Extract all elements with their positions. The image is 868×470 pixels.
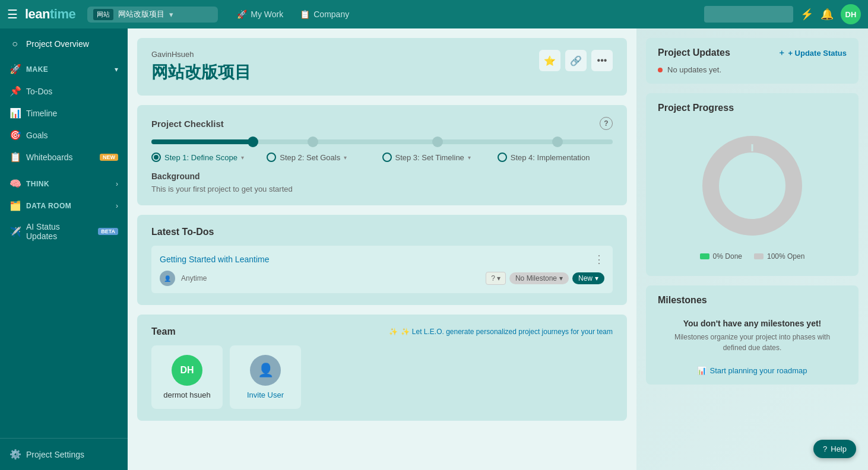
lightning-icon[interactable]: ⚡	[800, 8, 813, 21]
link-button[interactable]: 🔗	[565, 50, 587, 71]
bell-icon[interactable]: 🔔	[821, 8, 834, 21]
think-icon: 🧠	[9, 178, 20, 189]
make-icon: 🚀	[9, 63, 20, 75]
beta-badge: BETA	[98, 228, 118, 235]
plus-icon: ＋	[778, 47, 785, 58]
team-member-invite[interactable]: 👤 Invite User	[230, 345, 301, 409]
roadmap-link-text: Start planning your roadmap	[709, 366, 807, 375]
mywork-label: My Work	[251, 9, 283, 19]
milestone-badge[interactable]: No Milestone ▾	[509, 272, 569, 284]
priority-badge[interactable]: ? ▾	[486, 272, 506, 285]
step-1-chevron: ▾	[241, 154, 244, 161]
project-title: 网站改版项目	[151, 61, 251, 84]
red-dot	[658, 68, 663, 72]
checklist-step-2[interactable]: Step 2: Set Goals ▾	[267, 153, 382, 162]
sidebar-overview-label: Project Overview	[26, 39, 89, 49]
think-label: THINK	[26, 180, 49, 188]
sidebar-item-whiteboards[interactable]: 📋 Whiteboards NEW	[0, 146, 128, 168]
roadmap-icon: 📊	[697, 366, 707, 375]
step-1-label: Step 1: Define Scope	[164, 153, 237, 162]
step-2-label: Step 2: Set Goals	[280, 153, 340, 162]
project-updates-title: Project Updates	[658, 47, 730, 58]
user-avatar-topbar[interactable]: DH	[841, 4, 861, 24]
leo-link[interactable]: ✨ ✨ Let L.E.O. generate personalized pro…	[389, 328, 613, 336]
make-chevron-icon: ▾	[115, 65, 118, 74]
company-icon: 📋	[300, 9, 310, 19]
dataroom-label: DATA ROOM	[26, 202, 71, 210]
sidebar-item-project-overview[interactable]: ○ Project Overview	[0, 33, 128, 55]
step-3-chevron: ▾	[468, 154, 471, 161]
todo-item: Getting Started with Leantime ⋮ 👤 Anytim…	[151, 246, 613, 293]
milestones-title: Milestones	[658, 295, 707, 306]
sidebar-item-todos[interactable]: 📌 To-Dos	[0, 80, 128, 102]
todos-card: Latest To-Dos Getting Started with Leant…	[137, 215, 627, 305]
member-name-dh: dermot hsueh	[163, 390, 211, 399]
progress-bar-container	[151, 139, 613, 144]
todo-time: Anytime	[181, 274, 207, 282]
no-updates-text: No updates yet.	[667, 65, 721, 74]
chevron-down-icon: ▾	[169, 10, 173, 19]
progress-bar-fill	[151, 139, 253, 144]
star-button[interactable]: ⭐	[539, 50, 560, 71]
todo-user-icon: 👤	[160, 271, 175, 286]
progress-dot-4	[552, 136, 563, 147]
project-tag: 网站	[93, 9, 113, 20]
sparkle-icon: ✨	[389, 328, 398, 336]
help-icon: ?	[823, 444, 827, 453]
settings-label: Project Settings	[26, 450, 84, 459]
invite-avatar: 👤	[250, 355, 281, 386]
checklist-title-text: Project Checklist	[151, 119, 224, 129]
no-updates-message: No updates yet.	[658, 65, 847, 74]
milestones-card: Milestones You don't have any milestones…	[646, 285, 859, 385]
goals-label: Goals	[26, 131, 48, 140]
dataroom-chevron-icon: ›	[116, 202, 118, 210]
sidebar-item-make[interactable]: 🚀 MAKE ▾	[0, 58, 128, 80]
project-author: GavinHsueh	[151, 50, 251, 59]
topbar-nav-mywork[interactable]: 🚀 My Work	[230, 7, 290, 21]
update-status-button[interactable]: ＋ + Update Status	[778, 47, 847, 58]
project-progress-title: Project Progress	[658, 103, 734, 113]
status-badge[interactable]: New ▾	[572, 272, 604, 284]
hamburger-icon[interactable]: ☰	[7, 7, 18, 21]
milestone-chevron-icon: ▾	[559, 274, 563, 282]
app-logo: leantime	[25, 7, 75, 22]
priority-label: ?	[491, 274, 495, 282]
sidebar-item-goals[interactable]: 🎯 Goals	[0, 124, 128, 146]
checklist-step-4[interactable]: Step 4: Implementation	[498, 153, 613, 162]
help-button[interactable]: ? Help	[813, 440, 856, 458]
checklist-step-1[interactable]: Step 1: Define Scope ▾	[151, 153, 267, 162]
ai-status-label: AI Status Updates	[26, 222, 92, 241]
milestones-empty-title: You don't have any milestones yet!	[664, 319, 841, 328]
pin-icon: 📌	[9, 85, 20, 97]
help-label: Help	[831, 444, 847, 453]
topbar-nav-company[interactable]: 📋 Company	[293, 7, 356, 21]
todo-more-button[interactable]: ⋮	[594, 253, 604, 266]
sidebar-item-ai-status[interactable]: ✈️ AI Status Updates BETA	[0, 217, 128, 246]
step-2-chevron: ▾	[344, 154, 347, 161]
dataroom-icon: 🗂️	[9, 200, 20, 211]
team-title: Team	[151, 326, 176, 337]
sidebar-item-think[interactable]: 🧠 THINK ›	[0, 173, 128, 195]
project-name: 网站改版项目	[118, 9, 164, 20]
open-legend: 100% Open	[754, 252, 804, 261]
invite-label: Invite User	[247, 390, 284, 399]
settings-icon: ⚙️	[9, 449, 20, 460]
more-button[interactable]: •••	[591, 50, 613, 71]
update-status-label: + Update Status	[788, 49, 847, 58]
milestone-label: No Milestone	[515, 274, 557, 282]
todo-title[interactable]: Getting Started with Leantime	[160, 255, 269, 264]
project-header-card: GavinHsueh 网站改版项目 ⭐ 🔗 •••	[137, 38, 627, 96]
whiteboards-label: Whiteboards	[26, 153, 73, 162]
sidebar-item-dataroom[interactable]: 🗂️ DATA ROOM ›	[0, 195, 128, 217]
project-updates-card: Project Updates ＋ + Update Status No upd…	[646, 38, 859, 84]
timeline-label: Timeline	[26, 109, 57, 118]
help-icon[interactable]: ?	[600, 117, 613, 130]
goals-icon: 🎯	[9, 129, 20, 141]
project-selector[interactable]: 网站 网站改版项目 ▾	[87, 7, 218, 23]
sidebar-item-timeline[interactable]: 📊 Timeline	[0, 102, 128, 124]
checklist-step-3[interactable]: Step 3: Set Timeline ▾	[382, 153, 498, 162]
todos-label: To-Dos	[26, 87, 52, 96]
roadmap-link[interactable]: 📊 Start planning your roadmap	[658, 366, 847, 375]
sidebar-item-settings[interactable]: ⚙️ Project Settings	[0, 443, 128, 465]
team-member-dh[interactable]: DH dermot hsueh	[151, 345, 223, 409]
